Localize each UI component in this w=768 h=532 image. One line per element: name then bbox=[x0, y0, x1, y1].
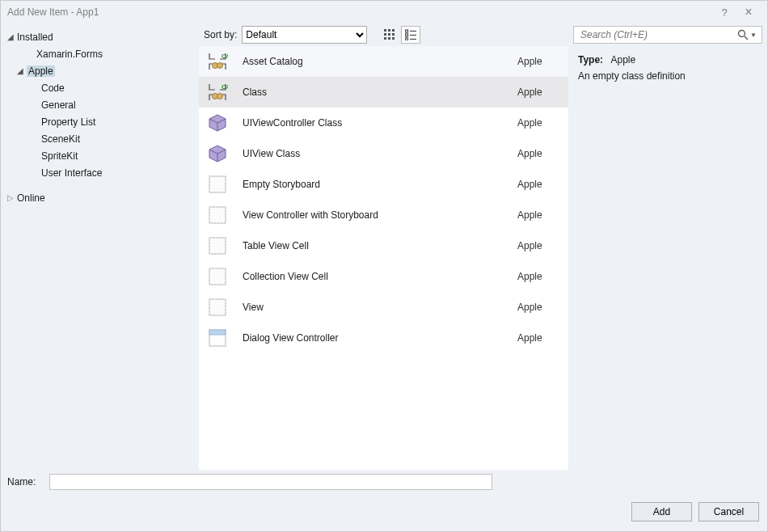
toolbar: Sort by: Default bbox=[199, 23, 568, 46]
tree-scenekit[interactable]: SceneKit bbox=[4, 130, 196, 147]
view-small-icons-button[interactable] bbox=[380, 26, 399, 44]
template-name: Asset Catalog bbox=[243, 56, 517, 67]
template-name: Class bbox=[243, 87, 517, 98]
svg-rect-5 bbox=[392, 33, 395, 36]
close-button[interactable]: × bbox=[736, 5, 761, 19]
name-input[interactable] bbox=[49, 474, 492, 490]
details-pane: Type: Apple An empty class definition bbox=[568, 46, 767, 90]
cs-icon bbox=[207, 51, 228, 72]
sheet-icon bbox=[207, 327, 228, 348]
tree-label: Apple bbox=[27, 65, 55, 77]
template-item[interactable]: Asset CatalogApple bbox=[199, 46, 568, 77]
search-input[interactable] bbox=[579, 28, 737, 41]
template-item[interactable]: Dialog View ControllerApple bbox=[199, 323, 568, 353]
template-name: UIViewController Class bbox=[243, 117, 517, 129]
template-category: Apple bbox=[517, 179, 562, 190]
template-item[interactable]: Collection View CellApple bbox=[199, 261, 568, 292]
tree-property-list[interactable]: Property List bbox=[4, 113, 196, 130]
svg-rect-4 bbox=[388, 33, 390, 36]
chevron-down-icon: ◢ bbox=[17, 66, 27, 75]
template-category: Apple bbox=[517, 117, 562, 129]
page-icon bbox=[207, 205, 228, 226]
cancel-button[interactable]: Cancel bbox=[698, 502, 759, 521]
page-icon bbox=[207, 174, 228, 195]
tree-label: Installed bbox=[17, 32, 53, 43]
page-icon bbox=[207, 266, 228, 287]
template-category: Apple bbox=[517, 240, 562, 251]
sort-by-select[interactable]: Default bbox=[242, 26, 367, 44]
help-button[interactable]: ? bbox=[712, 6, 736, 19]
template-category: Apple bbox=[517, 271, 562, 282]
tree-label: Online bbox=[17, 192, 45, 204]
svg-rect-8 bbox=[392, 37, 395, 40]
description-text: An empty class definition bbox=[578, 70, 757, 82]
page-icon bbox=[207, 297, 228, 318]
template-category: Apple bbox=[517, 209, 562, 221]
svg-line-16 bbox=[745, 36, 748, 40]
template-name: View bbox=[243, 302, 517, 313]
template-item[interactable]: View Controller with StoryboardApple bbox=[199, 200, 568, 230]
tree-general[interactable]: General bbox=[4, 96, 196, 113]
template-item[interactable]: UIView ClassApple bbox=[199, 138, 568, 169]
template-item[interactable]: UIViewController ClassApple bbox=[199, 108, 568, 138]
cube-icon bbox=[207, 112, 228, 133]
template-item[interactable]: Empty StoryboardApple bbox=[199, 169, 568, 200]
template-name: Dialog View Controller bbox=[243, 332, 517, 344]
svg-rect-0 bbox=[384, 29, 386, 32]
svg-rect-13 bbox=[406, 38, 408, 40]
tree-installed[interactable]: ◢ Installed bbox=[4, 28, 196, 45]
search-icon bbox=[737, 29, 749, 40]
cs-icon bbox=[207, 82, 228, 103]
template-name: Table View Cell bbox=[243, 240, 517, 251]
template-list: Asset CatalogAppleClassAppleUIViewContro… bbox=[199, 46, 568, 470]
svg-rect-6 bbox=[384, 37, 386, 40]
page-icon bbox=[207, 235, 228, 256]
template-category: Apple bbox=[517, 332, 562, 344]
svg-rect-3 bbox=[384, 33, 386, 36]
type-value: Apple bbox=[610, 54, 635, 65]
tree-xamarin-forms[interactable]: Xamarin.Forms bbox=[4, 45, 196, 62]
template-item[interactable]: ViewApple bbox=[199, 292, 568, 323]
tree-online[interactable]: ▷ Online bbox=[4, 189, 196, 206]
window-title: Add New Item - App1 bbox=[7, 6, 712, 18]
cube-icon bbox=[207, 143, 228, 164]
tree-user-interface[interactable]: User Interface bbox=[4, 164, 196, 181]
svg-rect-9 bbox=[406, 30, 408, 32]
template-category: Apple bbox=[517, 302, 562, 313]
svg-rect-2 bbox=[392, 29, 395, 32]
template-category: Apple bbox=[517, 87, 562, 98]
tree-spritekit[interactable]: SpriteKit bbox=[4, 147, 196, 164]
sort-by-label: Sort by: bbox=[204, 29, 237, 40]
type-label: Type: bbox=[578, 54, 603, 65]
chevron-right-icon: ▷ bbox=[7, 193, 17, 202]
view-list-button[interactable] bbox=[401, 26, 420, 44]
name-label: Name: bbox=[7, 476, 49, 488]
template-category: Apple bbox=[517, 148, 562, 159]
chevron-down-icon: ▼ bbox=[750, 32, 757, 39]
template-name: View Controller with Storyboard bbox=[243, 209, 517, 221]
template-item[interactable]: Table View CellApple bbox=[199, 230, 568, 261]
svg-rect-11 bbox=[406, 34, 408, 36]
tree-code[interactable]: Code bbox=[4, 79, 196, 96]
template-item[interactable]: ClassApple bbox=[199, 77, 568, 108]
add-button[interactable]: Add bbox=[631, 502, 692, 521]
list-icon bbox=[405, 29, 416, 40]
template-name: UIView Class bbox=[243, 148, 517, 159]
tree-label: Xamarin.Forms bbox=[36, 49, 103, 60]
titlebar: Add New Item - App1 ? × bbox=[1, 1, 767, 23]
template-category: Apple bbox=[517, 56, 562, 67]
svg-rect-1 bbox=[388, 29, 390, 32]
tree-apple[interactable]: ◢ Apple bbox=[4, 62, 196, 79]
template-name: Collection View Cell bbox=[243, 271, 517, 282]
svg-point-15 bbox=[739, 31, 745, 37]
template-name: Empty Storyboard bbox=[243, 179, 517, 190]
grid-icon bbox=[384, 29, 395, 40]
category-tree: ◢ Installed Xamarin.Forms ◢ Apple Code G… bbox=[1, 23, 199, 470]
chevron-down-icon: ◢ bbox=[7, 32, 17, 41]
svg-rect-7 bbox=[388, 37, 390, 40]
search-box[interactable]: ▼ bbox=[573, 26, 762, 44]
